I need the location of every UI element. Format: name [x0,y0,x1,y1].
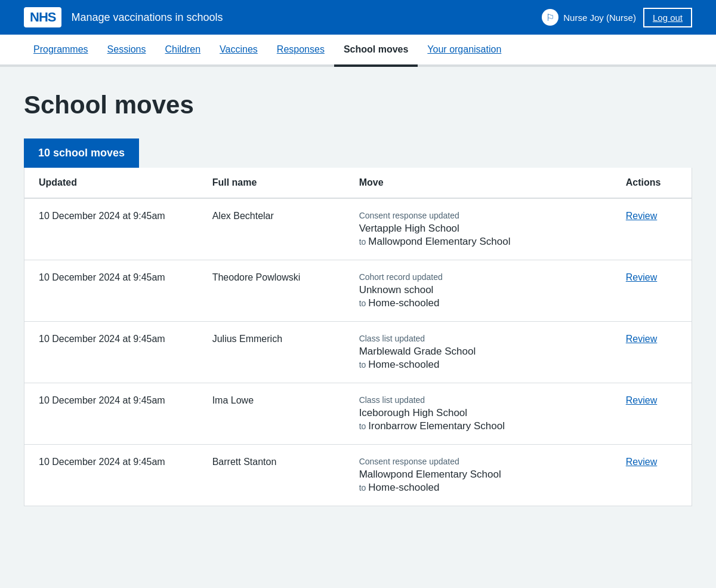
cell-actions[interactable]: Review [612,445,692,506]
to-label: to [359,421,366,431]
tab-bar: 10 school moves [24,138,692,168]
move-detail: Cohort record updated Unknown school to … [359,272,597,309]
move-type: Class list updated [359,395,597,405]
table-row: 10 December 2024 at 9:45am Theodore Powl… [24,260,692,322]
move-from: Unknown school [359,284,597,296]
nav-link-responses[interactable]: Responses [267,35,334,64]
table-row: 10 December 2024 at 9:45am Barrett Stant… [24,445,692,506]
to-label: to [359,483,366,492]
site-header: NHS Manage vaccinations in schools ⚐ Nur… [0,0,716,35]
nav-item-vaccines[interactable]: Vaccines [210,35,267,64]
table-header-row: Updated Full name Move Actions [24,168,692,198]
user-icon: ⚐ [542,9,558,26]
move-type: Consent response updated [359,211,597,220]
move-to: Ironbarrow Elementary School [368,420,505,432]
move-type: Cohort record updated [359,272,597,282]
move-to-line: to Ironbarrow Elementary School [359,420,597,432]
move-from: Vertapple High School [359,223,597,235]
move-from: Iceborough High School [359,407,597,419]
col-header-updated: Updated [24,168,198,198]
move-detail: Class list updated Iceborough High Schoo… [359,395,597,432]
cell-updated: 10 December 2024 at 9:45am [24,445,198,506]
cell-updated: 10 December 2024 at 9:45am [24,260,198,322]
move-to-line: to Mallowpond Elementary School [359,236,597,248]
cell-actions[interactable]: Review [612,260,692,322]
move-to: Home-schooled [368,297,439,309]
review-link[interactable]: Review [626,395,657,405]
cell-name: Julius Emmerich [198,322,345,383]
cell-updated: 10 December 2024 at 9:45am [24,198,198,260]
table-container: Updated Full name Move Actions 10 Decemb… [24,168,692,506]
user-name: Nurse Joy (Nurse) [563,13,636,23]
nav-item-responses[interactable]: Responses [267,35,334,64]
cell-actions[interactable]: Review [612,322,692,383]
cell-move: Class list updated Iceborough High Schoo… [345,383,612,445]
cell-name: Ima Lowe [198,383,345,445]
tab-school-moves[interactable]: 10 school moves [24,138,139,168]
nav-item-programmes[interactable]: Programmes [24,35,98,64]
table-row: 10 December 2024 at 9:45am Julius Emmeri… [24,322,692,383]
nav-item-sessions[interactable]: Sessions [98,35,156,64]
move-detail: Consent response updated Vertapple High … [359,211,597,248]
review-link[interactable]: Review [626,272,657,282]
move-detail: Consent response updated Mallowpond Elem… [359,457,597,494]
col-header-actions: Actions [612,168,692,198]
move-to-line: to Home-schooled [359,482,597,494]
move-detail: Class list updated Marblewald Grade Scho… [359,334,597,371]
main-nav: Programmes Sessions Children Vaccines Re… [0,35,716,67]
nav-link-vaccines[interactable]: Vaccines [210,35,267,64]
cell-name: Barrett Stanton [198,445,345,506]
to-label: to [359,298,366,308]
cell-actions[interactable]: Review [612,198,692,260]
to-label: to [359,237,366,247]
review-link[interactable]: Review [626,457,657,467]
cell-move: Consent response updated Mallowpond Elem… [345,445,612,506]
table-row: 10 December 2024 at 9:45am Ima Lowe Clas… [24,383,692,445]
nav-link-your-organisation[interactable]: Your organisation [418,35,511,64]
main-content: School moves 10 school moves Updated Ful… [0,67,716,530]
move-type: Class list updated [359,334,597,343]
header-right: ⚐ Nurse Joy (Nurse) Log out [542,8,692,27]
nav-item-children[interactable]: Children [156,35,211,64]
header-left: NHS Manage vaccinations in schools [24,7,223,27]
nav-link-programmes[interactable]: Programmes [24,35,98,64]
move-type: Consent response updated [359,457,597,466]
nav-link-school-moves[interactable]: School moves [334,35,418,67]
move-from: Marblewald Grade School [359,346,597,358]
cell-move: Cohort record updated Unknown school to … [345,260,612,322]
nav-list: Programmes Sessions Children Vaccines Re… [24,35,692,64]
review-link[interactable]: Review [626,334,657,344]
nav-item-your-organisation[interactable]: Your organisation [418,35,511,64]
app-title: Manage vaccinations in schools [71,11,223,24]
cell-updated: 10 December 2024 at 9:45am [24,383,198,445]
cell-move: Consent response updated Vertapple High … [345,198,612,260]
move-to: Mallowpond Elementary School [368,236,510,248]
col-header-name: Full name [198,168,345,198]
review-link[interactable]: Review [626,211,657,221]
cell-actions[interactable]: Review [612,383,692,445]
page-title: School moves [24,91,692,119]
nav-item-school-moves[interactable]: School moves [334,35,418,64]
cell-updated: 10 December 2024 at 9:45am [24,322,198,383]
move-to-line: to Home-schooled [359,297,597,309]
user-info: ⚐ Nurse Joy (Nurse) [542,9,636,26]
school-moves-table: Updated Full name Move Actions 10 Decemb… [24,168,692,506]
move-from: Mallowpond Elementary School [359,469,597,481]
move-to-line: to Home-schooled [359,359,597,371]
cell-name: Theodore Powlowski [198,260,345,322]
col-header-move: Move [345,168,612,198]
table-row: 10 December 2024 at 9:45am Alex Bechtela… [24,198,692,260]
cell-move: Class list updated Marblewald Grade Scho… [345,322,612,383]
move-to: Home-schooled [368,359,439,371]
nhs-logo: NHS [24,7,61,27]
to-label: to [359,360,366,370]
move-to: Home-schooled [368,482,439,494]
nav-link-children[interactable]: Children [156,35,211,64]
nav-link-sessions[interactable]: Sessions [98,35,156,64]
cell-name: Alex Bechtelar [198,198,345,260]
logout-button[interactable]: Log out [643,8,692,27]
